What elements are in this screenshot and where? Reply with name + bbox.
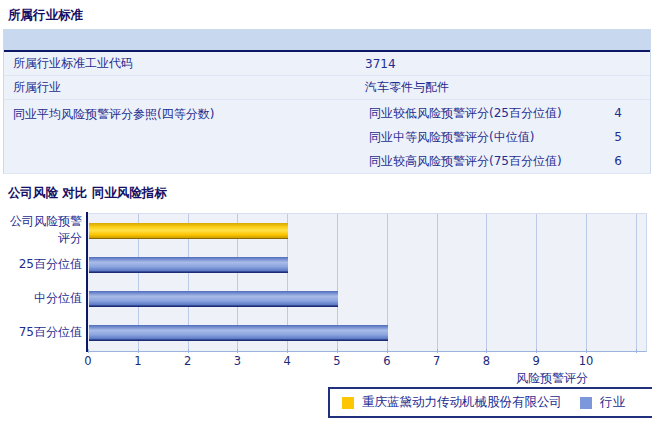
x-axis-tick-label: 2	[173, 354, 203, 368]
category-label: 75百分位值	[0, 316, 82, 350]
x-axis-tick-label: 7	[422, 354, 452, 368]
gridline	[586, 214, 587, 351]
row-value-industry-code: 3714	[365, 57, 650, 71]
x-axis-tick-label: 4	[272, 354, 302, 368]
x-axis-tick-mark	[586, 349, 587, 353]
x-axis-tick-label: 1	[123, 354, 153, 368]
x-axis-tick-mark	[337, 349, 338, 353]
category-label: 中分位值	[0, 282, 82, 316]
x-axis-tick-mark	[88, 349, 89, 353]
gridline	[636, 214, 637, 351]
legend-swatch-company-icon	[342, 397, 354, 409]
subrow-label-25th: 同业较低风险预警评分(25百分位值)	[365, 105, 562, 122]
subrow-low-risk: 同业较低风险预警评分(25百分位值) 4	[365, 101, 650, 125]
chart-y-axis-line	[86, 212, 88, 352]
x-axis-tick-mark	[636, 349, 637, 353]
row-label-industry: 所属行业	[4, 79, 365, 96]
table-row: 所属行业标准工业代码 3714	[4, 52, 650, 76]
company-bar	[89, 223, 288, 239]
x-axis-tick-mark	[237, 349, 238, 353]
gridline	[486, 214, 487, 351]
legend-swatch-industry-icon	[580, 397, 592, 409]
row-label-peer-reference: 同业平均风险预警评分参照(四等分数)	[4, 100, 365, 173]
chart-legend: 重庆蓝黛动力传动机械股份有限公司 行业	[328, 387, 652, 418]
x-axis-tick-mark	[536, 349, 537, 353]
table-row-peer-reference: 同业平均风险预警评分参照(四等分数) 同业较低风险预警评分(25百分位值) 4 …	[4, 100, 650, 173]
report-page: 所属行业标准 所属行业标准工业代码 3714 所属行业 汽车零件与配件 同业平均…	[0, 0, 652, 427]
industry-bar	[89, 325, 388, 341]
x-axis-tick-mark	[188, 349, 189, 353]
risk-comparison-bar-chart: 风险预警评分 重庆蓝黛动力传动机械股份有限公司 行业 012345678910公…	[0, 211, 652, 427]
industry-bar	[89, 257, 288, 273]
legend-label-industry: 行业	[600, 394, 625, 411]
peer-reference-subtable: 同业较低风险预警评分(25百分位值) 4 同业中等风险预警评分(中位值) 5 同…	[365, 100, 650, 173]
industry-bar	[89, 291, 338, 307]
legend-label-company: 重庆蓝黛动力传动机械股份有限公司	[362, 394, 562, 411]
x-axis-tick-mark	[287, 349, 288, 353]
subrow-high-risk: 同业较高风险预警评分(75百分位值) 6	[365, 149, 650, 173]
x-axis-tick-label: 3	[222, 354, 252, 368]
subrow-value-median: 5	[614, 130, 650, 144]
subrow-value-25th: 4	[614, 106, 650, 120]
category-label: 25百分位值	[0, 247, 82, 281]
section-title-risk-comparison: 公司风险 对比 同业风险指标	[8, 185, 167, 202]
x-axis-tick-mark	[486, 349, 487, 353]
subrow-value-75th: 6	[614, 154, 650, 168]
x-axis-tick-label: 9	[521, 354, 551, 368]
x-axis-tick-label: 5	[322, 354, 352, 368]
subrow-medium-risk: 同业中等风险预警评分(中位值) 5	[365, 125, 650, 149]
gridline	[536, 214, 537, 351]
x-axis-tick-label: 0	[73, 354, 103, 368]
row-value-industry: 汽车零件与配件	[365, 79, 650, 96]
x-axis-tick-label: 6	[372, 354, 402, 368]
section-title-industry-standard: 所属行业标准	[8, 7, 83, 24]
x-axis-tick-label: 8	[471, 354, 501, 368]
gridline	[437, 214, 438, 351]
subrow-label-75th: 同业较高风险预警评分(75百分位值)	[365, 153, 562, 170]
x-axis-tick-label: 10	[571, 354, 601, 368]
chart-x-axis-title: 风险预警评分	[452, 370, 652, 387]
row-label-industry-code: 所属行业标准工业代码	[4, 55, 365, 72]
x-axis-tick-mark	[138, 349, 139, 353]
subrow-label-median: 同业中等风险预警评分(中位值)	[365, 129, 534, 146]
x-axis-tick-mark	[437, 349, 438, 353]
industry-standard-table: 所属行业标准工业代码 3714 所属行业 汽车零件与配件 同业平均风险预警评分参…	[3, 29, 651, 174]
x-axis-tick-mark	[387, 349, 388, 353]
category-label: 公司风险预警 评分	[0, 213, 82, 247]
table-row: 所属行业 汽车零件与配件	[4, 76, 650, 100]
table-header-band	[4, 29, 650, 52]
